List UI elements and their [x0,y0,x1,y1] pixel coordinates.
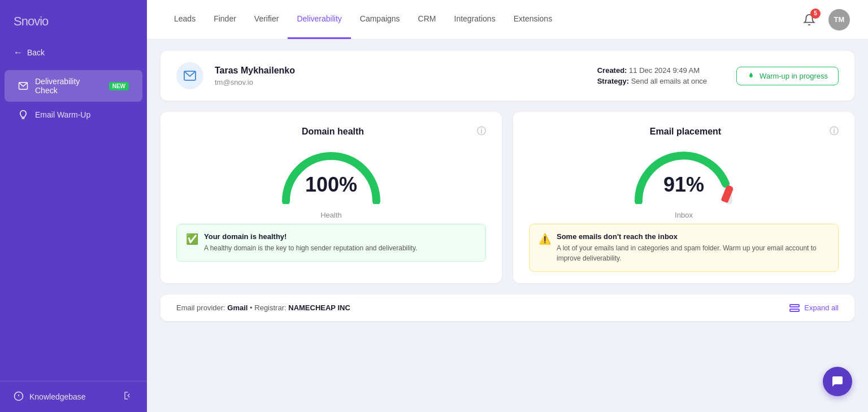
footer-separator: • [250,303,253,312]
email-placement-label: Inbox [529,211,839,219]
svg-rect-6 [790,309,799,311]
strategy-meta: Strategy: Send all emails at once [597,77,707,85]
email-placement-title-row: Email placement ⓘ [529,125,839,137]
svg-rect-5 [790,305,799,307]
warmup-button-label: Warm-up in progress [760,72,828,80]
topnav-right: 5 TM [799,9,850,31]
footer-info-card: Email provider: Gmail • Registrar: NAMEC… [160,294,854,321]
email-placement-alert-text: Some emails don't reach the inbox A lot … [557,232,829,263]
gauges-row: Domain health ⓘ 100% [160,112,854,283]
notifications-button[interactable]: 5 [799,10,819,30]
email-placement-value: 91% [663,175,704,195]
sidebar-item-deliverability-check[interactable]: Deliverability Check NEW [5,70,142,102]
sidebar-logo: Snovio [0,0,147,41]
sidebar-item-email-warmup[interactable]: Email Warm-Up [5,103,142,127]
provider-value: Gmail [227,303,248,312]
domain-health-alert: ✅ Your domain is healthy! A healthy doma… [176,224,486,262]
chat-icon [831,375,844,388]
created-meta: Created: 11 Dec 2024 9:49 AM [597,66,707,75]
nav-link-finder[interactable]: Finder [205,0,245,39]
domain-health-value: 100% [305,175,357,195]
knowledgebase-link[interactable]: Knowledgebase [14,391,86,403]
account-email: tm@snov.io [215,78,586,86]
warmup-icon [18,110,28,120]
expand-all-icon [789,304,800,312]
domain-health-gauge-container: 100% [275,142,388,204]
domain-health-alert-body: A healthy domain is the key to high send… [204,243,417,253]
created-value: 11 Dec 2024 9:49 AM [629,66,700,75]
email-placement-gauge-container: 91% [627,142,740,204]
chat-fab-button[interactable] [823,367,852,396]
domain-health-alert-title: Your domain is healthy! [204,232,417,241]
sidebar: Snovio ← Back Deliverability Check NEW E… [0,0,147,412]
expand-all-label: Expand all [804,303,839,312]
nav-link-crm[interactable]: CRM [409,0,445,39]
main-content: Leads Finder Verifier Deliverability Cam… [147,0,868,412]
logo-main: Snov [14,14,40,28]
account-info: Taras Mykhailenko tm@snov.io [215,66,586,86]
email-icon [18,81,28,91]
check-circle-icon: ✅ [186,233,198,245]
email-warmup-label: Email Warm-Up [35,110,90,119]
email-placement-info-icon[interactable]: ⓘ [830,125,839,137]
top-navigation: Leads Finder Verifier Deliverability Cam… [147,0,868,40]
nav-link-extensions[interactable]: Extensions [505,0,561,39]
domain-health-title: Domain health [189,127,477,137]
nav-link-verifier[interactable]: Verifier [245,0,288,39]
email-placement-gauge: 91% [529,142,839,204]
flame-icon [747,72,755,80]
email-placement-alert: ⚠️ Some emails don't reach the inbox A l… [529,224,839,272]
sidebar-menu: Deliverability Check NEW Email Warm-Up [0,64,147,381]
email-placement-alert-body: A lot of your emails land in categories … [557,243,829,263]
knowledgebase-label: Knowledgebase [29,392,86,401]
email-placement-card: Email placement ⓘ 91% [513,112,854,283]
registrar-label: Registrar: [254,303,286,312]
domain-health-gauge: 100% [176,142,486,204]
domain-health-title-row: Domain health ⓘ [176,125,486,137]
knowledgebase-icon [14,391,24,403]
domain-health-label: Health [176,211,486,219]
account-meta: Created: 11 Dec 2024 9:49 AM Strategy: S… [597,66,707,85]
back-button[interactable]: ← Back [0,41,147,64]
domain-health-info-icon[interactable]: ⓘ [477,125,486,137]
new-badge: NEW [109,82,129,90]
nav-link-campaigns[interactable]: Campaigns [351,0,409,39]
warning-icon: ⚠️ [539,233,551,245]
page-content: Taras Mykhailenko tm@snov.io Created: 11… [147,40,868,412]
warmup-in-progress-button[interactable]: Warm-up in progress [736,67,839,85]
strategy-label: Strategy: [597,77,629,85]
account-name: Taras Mykhailenko [215,66,586,76]
notification-count: 5 [810,8,821,19]
domain-health-number: 100% [305,175,357,195]
registrar-value: NAMECHEAP INC [288,303,350,312]
nav-link-leads[interactable]: Leads [165,0,205,39]
back-label: Back [27,48,45,57]
back-arrow-icon: ← [14,47,23,58]
nav-links: Leads Finder Verifier Deliverability Cam… [165,0,561,39]
email-placement-alert-title: Some emails don't reach the inbox [557,232,829,241]
account-email-icon [176,62,203,89]
sidebar-footer: Knowledgebase [0,381,147,412]
email-placement-number: 91% [663,175,704,195]
deliverability-check-label: Deliverability Check [35,77,100,95]
nav-link-integrations[interactable]: Integrations [445,0,505,39]
footer-info: Email provider: Gmail • Registrar: NAMEC… [176,303,350,312]
domain-health-card: Domain health ⓘ 100% [160,112,502,283]
email-placement-title: Email placement [541,127,830,137]
logo-sub: io [40,14,48,28]
avatar[interactable]: TM [828,9,850,31]
expand-all-button[interactable]: Expand all [789,303,839,312]
nav-link-deliverability[interactable]: Deliverability [288,0,350,39]
strategy-value: Send all emails at once [631,77,707,85]
provider-label: Email provider: [176,303,225,312]
account-card: Taras Mykhailenko tm@snov.io Created: 11… [160,51,854,101]
created-label: Created: [597,66,627,75]
collapse-sidebar-button[interactable] [123,391,133,403]
domain-health-alert-text: Your domain is healthy! A healthy domain… [204,232,417,253]
